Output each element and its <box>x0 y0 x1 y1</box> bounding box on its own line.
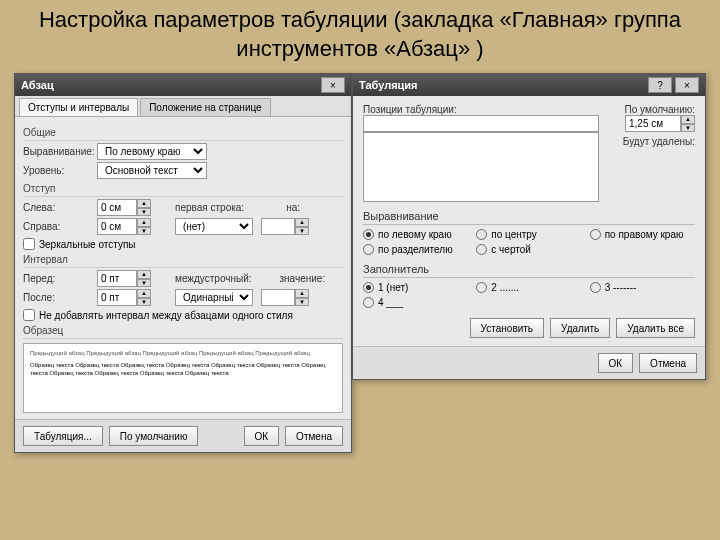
after-spinner[interactable]: ▲▼ <box>97 289 151 306</box>
ok-button[interactable]: ОК <box>244 426 280 446</box>
before-spinner[interactable]: ▲▼ <box>97 270 151 287</box>
default-spinner[interactable]: ▲▼ <box>607 115 695 132</box>
on-label: на: <box>286 202 300 213</box>
group-indent: Отступ <box>23 183 343 197</box>
align-center-radio[interactable]: по центру <box>476 229 581 240</box>
delete-all-button[interactable]: Удалить все <box>616 318 695 338</box>
leader-underline-radio[interactable]: 4 ___ <box>363 297 468 308</box>
cancel-button[interactable]: Отмена <box>639 353 697 373</box>
close-icon[interactable]: × <box>321 77 345 93</box>
default-button[interactable]: По умолчанию <box>109 426 199 446</box>
line-label: междустрочный: <box>175 273 252 284</box>
left-label: Слева: <box>23 202 93 213</box>
paragraph-tabs: Отступы и интервалы Положение на страниц… <box>15 96 351 117</box>
on-spinner[interactable]: ▲▼ <box>261 218 309 235</box>
dialog-area: Абзац × Отступы и интервалы Положение на… <box>0 73 720 513</box>
tabulation-dialog: Табуляция ? × Позиции табуляции: По умол… <box>352 73 706 380</box>
tabulation-titlebar[interactable]: Табуляция ? × <box>353 74 705 96</box>
line-select[interactable]: Одинарный <box>175 289 253 306</box>
align-right-radio[interactable]: по правому краю <box>590 229 695 240</box>
group-spacing: Интервал <box>23 254 343 268</box>
firstline-select[interactable]: (нет) <box>175 218 253 235</box>
alignment-group: по левому краю по центру по правому краю… <box>363 229 695 255</box>
delete-button[interactable]: Удалить <box>550 318 610 338</box>
preview-box: Предыдущий абзац Предыдущий абзац Предыд… <box>23 343 343 413</box>
positions-label: Позиции табуляции: <box>363 104 599 115</box>
leader-none-radio[interactable]: 1 (нет) <box>363 282 468 293</box>
cancel-button[interactable]: Отмена <box>285 426 343 446</box>
leader-section: Заполнитель <box>363 263 695 278</box>
align-bar-radio[interactable]: с чертой <box>476 244 581 255</box>
after-label: После: <box>23 292 93 303</box>
level-label: Уровень: <box>23 165 93 176</box>
tab-indents[interactable]: Отступы и интервалы <box>19 98 138 116</box>
align-select[interactable]: По левому краю <box>97 143 207 160</box>
right-label: Справа: <box>23 221 93 232</box>
tabulation-title: Табуляция <box>359 79 418 91</box>
help-icon[interactable]: ? <box>648 77 672 93</box>
tabs-button[interactable]: Табуляция... <box>23 426 103 446</box>
align-label: Выравнивание: <box>23 146 93 157</box>
paragraph-dialog: Абзац × Отступы и интервалы Положение на… <box>14 73 352 453</box>
right-spinner[interactable]: ▲▼ <box>97 218 151 235</box>
preview-text-prev: Предыдущий абзац Предыдущий абзац Предыд… <box>30 350 336 358</box>
leader-dots-radio[interactable]: 2 ....... <box>476 282 581 293</box>
value-label: значение: <box>280 273 326 284</box>
paragraph-title: Абзац <box>21 79 54 91</box>
will-delete-label: Будут удалены: <box>607 136 695 147</box>
positions-listbox[interactable] <box>363 132 599 202</box>
ok-button[interactable]: ОК <box>598 353 634 373</box>
leader-dashes-radio[interactable]: 3 ------- <box>590 282 695 293</box>
tab-position[interactable]: Положение на странице <box>140 98 270 116</box>
alignment-section: Выравнивание <box>363 210 695 225</box>
group-sample: Образец <box>23 325 343 339</box>
slide-title: Настройка параметров табуляции (закладка… <box>0 0 720 73</box>
paragraph-titlebar[interactable]: Абзац × <box>15 74 351 96</box>
position-input[interactable] <box>363 115 599 132</box>
left-spinner[interactable]: ▲▼ <box>97 199 151 216</box>
level-select[interactable]: Основной текст <box>97 162 207 179</box>
default-label: По умолчанию: <box>607 104 695 115</box>
group-general: Общие <box>23 127 343 141</box>
before-label: Перед: <box>23 273 93 284</box>
firstline-label: первая строка: <box>175 202 244 213</box>
close-icon[interactable]: × <box>675 77 699 93</box>
set-button[interactable]: Установить <box>470 318 545 338</box>
nospace-checkbox[interactable]: Не добавлять интервал между абзацами одн… <box>23 309 343 321</box>
preview-text-cur: Образец текста Образец текста Образец те… <box>30 362 336 378</box>
mirror-checkbox[interactable]: Зеркальные отступы <box>23 238 343 250</box>
align-decimal-radio[interactable]: по разделителю <box>363 244 468 255</box>
value-spinner[interactable]: ▲▼ <box>261 289 309 306</box>
align-left-radio[interactable]: по левому краю <box>363 229 468 240</box>
leader-group: 1 (нет) 2 ....... 3 ------- 4 ___ <box>363 282 695 308</box>
